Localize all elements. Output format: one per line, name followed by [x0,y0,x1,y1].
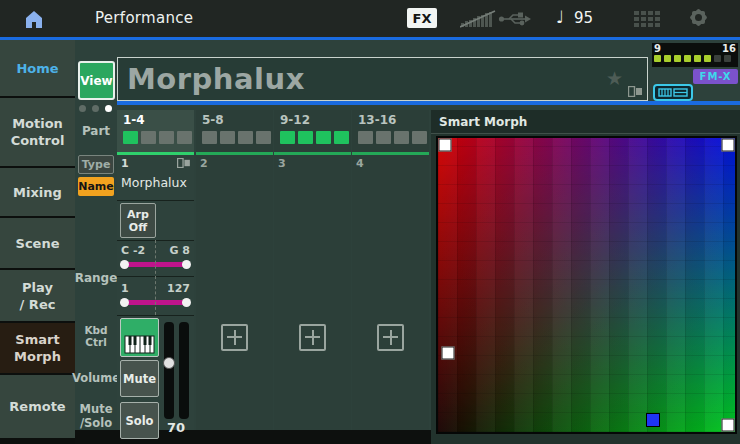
plus-icon [227,336,242,338]
morph-node-marker[interactable] [721,418,734,431]
slider-handle-low[interactable] [120,260,129,269]
tab-label: 5-8 [202,113,273,127]
mute-button[interactable]: Mute [120,360,159,397]
mute-solo-row-label: Mute/Solo [75,399,117,433]
top-bar: Performance FX ♩ 95 [0,0,740,40]
note-range-high[interactable]: G 8 [169,244,190,257]
part-number: 3 [278,157,286,170]
usb-icon [498,11,532,27]
sidebar-item-remote[interactable]: Remote [0,375,75,438]
morph-cursor[interactable] [646,413,660,427]
volume-fader-handle[interactable] [163,357,175,369]
page-title: Performance [95,9,193,27]
arp-on-off-button[interactable]: ArpOff [120,203,156,238]
plus-icon [305,336,320,338]
quick-setup-grid-icon[interactable] [634,11,660,27]
morph-node-marker[interactable] [439,139,452,152]
tab-parts-9-12[interactable]: 9-12 [274,110,351,152]
fader-crescendo-icon [460,9,496,28]
sidebar-item-motion-control[interactable]: MotionControl [0,98,75,166]
add-part-button[interactable] [299,324,326,351]
bank-icon [628,86,642,97]
performance-name-field[interactable]: Morphalux ★ [117,57,648,101]
range-center-divider [155,240,156,315]
tempo-note-icon: ♩ [556,7,564,27]
tab-label: 9-12 [280,113,351,127]
part-indicator-start: 9 [654,44,661,54]
velocity-range-high[interactable]: 127 [167,282,190,295]
home-button[interactable] [16,5,52,32]
part-9-16-indicator: 9 16 [652,43,738,67]
sidebar-item-home[interactable]: Home [0,40,75,96]
tab-part-slots [358,131,429,144]
part-name[interactable]: Morphalux [121,175,187,190]
favorite-star-icon[interactable]: ★ [606,67,623,89]
add-part-button[interactable] [221,324,248,351]
volume-value: 70 [161,420,191,435]
keyboard-icon [124,328,155,354]
kbd-ctrl-button[interactable] [120,318,159,357]
gear-icon[interactable] [692,11,705,24]
main-content: View Morphalux ★ 9 16 FM-X [75,40,740,444]
level-meter-track [179,322,189,419]
tempo-value[interactable]: 95 [574,9,593,27]
part-number: 1 [121,157,129,170]
part-3-column: 3 [274,152,351,430]
tab-parts-13-16[interactable]: 13-16 [352,110,429,152]
part-4-column: 4 [352,152,429,430]
engine-type-badge: FM-X [693,69,738,84]
tab-label: 13-16 [358,113,429,127]
slider-handle-high[interactable] [182,298,191,307]
morph-node-marker[interactable] [721,139,734,152]
divider [117,200,194,201]
velocity-range-low[interactable]: 1 [121,282,129,295]
morph-node-marker[interactable] [442,346,455,359]
solo-button[interactable]: Solo [120,402,159,439]
part-row-label: Part [75,110,117,152]
tab-parts-5-8[interactable]: 5-8 [196,110,273,152]
part-number: 2 [200,157,208,170]
sidebar-item-mixing[interactable]: Mixing [0,168,75,216]
part-1-column[interactable]: 1 Morphalux ArpOff C -2 G 8 1 127 [117,152,194,430]
view-button[interactable]: View [78,61,115,100]
tab-parts-1-4[interactable]: 1-4 [117,110,194,152]
tab-part-slots [123,131,194,144]
kbd-ctrl-row-label: Kbd Ctrl [75,315,117,357]
fx-button[interactable]: FX [407,8,437,28]
slider-handle-low[interactable] [120,298,129,307]
note-range-low[interactable]: C -2 [121,244,145,257]
type-button[interactable]: Type [78,155,114,174]
sidebar-item-smart-morph[interactable]: SmartMorph [0,323,75,373]
smart-morph-panel: Smart Morph [431,110,740,444]
plus-icon [383,336,398,338]
accent-underline [117,101,740,105]
range-row-label: Range [75,240,117,315]
sidebar: Home MotionControl Mixing Scene Play/ Re… [0,40,75,444]
morph-pixel-grid-overlay [438,138,735,432]
volume-row-label: Volume [75,357,117,399]
divider [117,315,194,316]
tab-label: 1-4 [123,113,194,127]
smart-morph-map[interactable] [436,136,737,434]
part-number: 4 [356,157,364,170]
volume-fader-track[interactable] [164,322,174,419]
smart-morph-title: Smart Morph [431,110,740,134]
home-icon [22,7,46,31]
part-2-column: 2 [196,152,273,430]
screen: Performance FX ♩ 95 [0,0,740,444]
add-part-button[interactable] [377,324,404,351]
slider-handle-high[interactable] [182,260,191,269]
sidebar-item-scene[interactable]: Scene [0,218,75,268]
tab-part-slots [280,131,351,144]
sidebar-item-play-rec[interactable]: Play/ Rec [0,270,75,321]
performance-name: Morphalux [127,62,305,96]
part-indicator-end: 16 [722,44,736,54]
motion-seq-indicator-icon [653,84,693,101]
name-button[interactable]: Name [78,177,114,196]
bank-icon [177,158,190,168]
part-indicator-cells [654,55,736,62]
tab-part-slots [202,131,273,144]
